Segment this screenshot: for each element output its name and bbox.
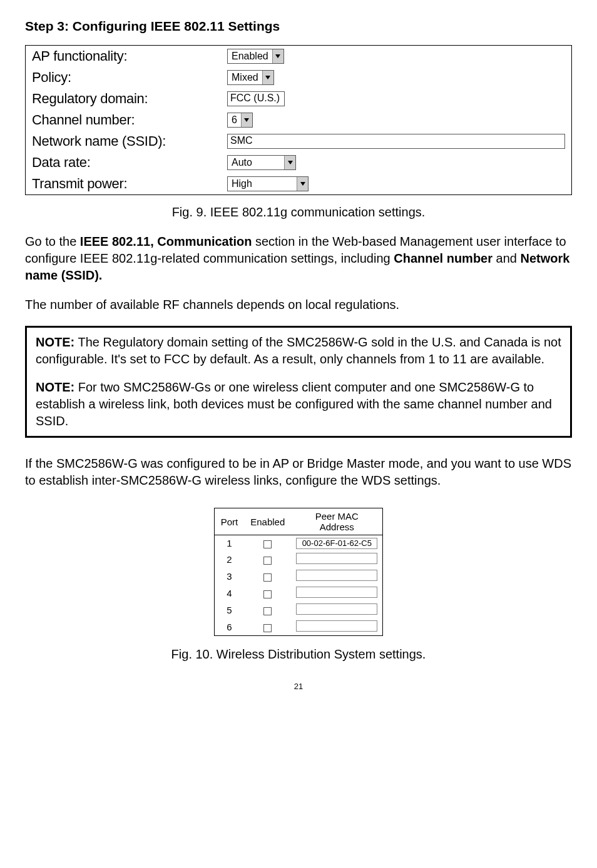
note-box: NOTE: The Regulatory domain setting of t… (25, 326, 572, 438)
setting-value-cell: Mixed (221, 67, 572, 88)
table-row: 5 (214, 602, 383, 618)
mac-address-input[interactable] (296, 603, 377, 615)
mac-cell (291, 585, 383, 602)
dropdown[interactable]: High (227, 176, 309, 191)
table-row: 100-02-6F-01-62-C5 (214, 535, 383, 552)
paragraph-1: Go to the IEEE 802.11, Communication sec… (25, 233, 572, 284)
dropdown-value: Enabled (228, 51, 272, 62)
text-input[interactable]: SMC (227, 134, 565, 149)
chevron-down-icon (241, 113, 252, 127)
chevron-down-icon (284, 156, 295, 169)
setting-value-cell: Auto (221, 152, 572, 173)
setting-value-cell: FCC (U.S.) (221, 88, 572, 109)
mac-cell (291, 618, 383, 636)
paragraph-2: The number of available RF channels depe… (25, 296, 572, 313)
setting-value-cell: High (221, 173, 572, 195)
note-1: NOTE: The Regulatory domain setting of t… (36, 334, 561, 368)
note-text: For two SMC2586W-Gs or one wireless clie… (36, 380, 552, 428)
note-2: NOTE: For two SMC2586W-Gs or one wireles… (36, 379, 561, 430)
wds-header-port: Port (214, 508, 244, 535)
enabled-checkbox[interactable] (263, 557, 272, 565)
mac-address-input[interactable]: 00-02-6F-01-62-C5 (296, 538, 377, 549)
svg-marker-4 (300, 182, 305, 186)
chevron-down-icon (272, 49, 283, 63)
page-number: 21 (25, 682, 572, 691)
dropdown-value: High (228, 178, 297, 189)
table-row: 6 (214, 618, 383, 636)
enabled-checkbox[interactable] (263, 590, 272, 598)
mac-cell: 00-02-6F-01-62-C5 (291, 535, 383, 552)
enabled-cell (244, 568, 291, 585)
setting-label: Network name (SSID): (26, 131, 222, 152)
setting-label: Regulatory domain: (26, 88, 222, 109)
enabled-cell (244, 535, 291, 552)
setting-label: Data rate: (26, 152, 222, 173)
figure-9-caption: Fig. 9. IEEE 802.11g communication setti… (25, 205, 572, 220)
setting-value-cell: Enabled (221, 46, 572, 68)
figure-10-caption: Fig. 10. Wireless Distribution System se… (25, 647, 572, 662)
enabled-cell (244, 602, 291, 618)
setting-label: Transmit power: (26, 173, 222, 195)
text-bold: Channel number (394, 251, 492, 265)
text-bold: IEEE 802.11, Communication (80, 235, 252, 248)
text-fragment: Go to the (25, 235, 80, 248)
text-input[interactable]: FCC (U.S.) (227, 91, 285, 106)
port-number: 1 (214, 535, 244, 552)
setting-label: Channel number: (26, 109, 222, 131)
wds-table: Port Enabled Peer MAC Address 100-02-6F-… (214, 508, 384, 636)
svg-marker-1 (265, 76, 270, 79)
dropdown[interactable]: Enabled (227, 49, 284, 64)
port-number: 6 (214, 618, 244, 636)
mac-address-input[interactable] (296, 553, 377, 564)
svg-marker-0 (275, 54, 280, 58)
paragraph-3: If the SMC2586W-G was configured to be i… (25, 455, 572, 489)
mac-cell (291, 551, 383, 568)
dropdown-value: Mixed (228, 72, 262, 83)
dropdown-value: 6 (228, 114, 241, 126)
enabled-cell (244, 618, 291, 636)
mac-cell (291, 568, 383, 585)
enabled-cell (244, 551, 291, 568)
setting-value-cell: SMC (221, 131, 572, 152)
dropdown-value: Auto (228, 157, 284, 168)
mac-address-input[interactable] (296, 620, 377, 632)
enabled-checkbox[interactable] (263, 624, 272, 632)
svg-marker-3 (288, 161, 293, 164)
table-row: 4 (214, 585, 383, 602)
note-text: The Regulatory domain setting of the SMC… (36, 335, 561, 366)
mac-address-input[interactable] (296, 587, 377, 598)
ieee-settings-table: AP functionality:EnabledPolicy:MixedRegu… (25, 45, 572, 195)
enabled-cell (244, 585, 291, 602)
dropdown[interactable]: 6 (227, 113, 253, 128)
port-number: 3 (214, 568, 244, 585)
setting-label: Policy: (26, 67, 222, 88)
text-fragment: and (492, 251, 520, 265)
note-label: NOTE: (36, 335, 74, 349)
note-label: NOTE: (36, 380, 74, 394)
wds-header-enabled: Enabled (244, 508, 291, 535)
port-number: 2 (214, 551, 244, 568)
setting-value-cell: 6 (221, 109, 572, 131)
dropdown[interactable]: Mixed (227, 70, 274, 85)
wds-header-mac: Peer MAC Address (291, 508, 383, 535)
table-row: 2 (214, 551, 383, 568)
enabled-checkbox[interactable] (263, 573, 272, 582)
port-number: 5 (214, 602, 244, 618)
enabled-checkbox[interactable] (263, 540, 272, 548)
mac-address-input[interactable] (296, 570, 377, 581)
chevron-down-icon (262, 71, 273, 84)
enabled-checkbox[interactable] (263, 607, 272, 615)
step-title: Step 3: Configuring IEEE 802.11 Settings (25, 19, 572, 34)
svg-marker-2 (244, 118, 249, 122)
setting-label: AP functionality: (26, 46, 222, 68)
table-row: 3 (214, 568, 383, 585)
mac-cell (291, 602, 383, 618)
dropdown[interactable]: Auto (227, 155, 296, 170)
port-number: 4 (214, 585, 244, 602)
chevron-down-icon (297, 177, 308, 191)
